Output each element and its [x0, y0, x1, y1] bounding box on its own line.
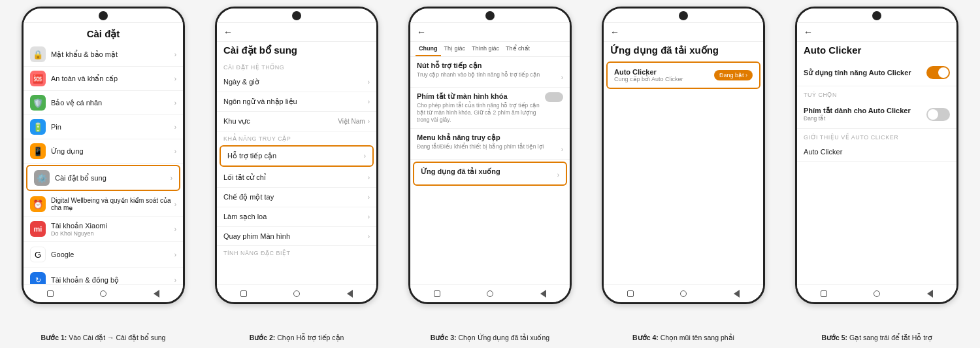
phone1-notch [99, 11, 108, 20]
nav-circle-1[interactable] [98, 288, 108, 299]
menu-item-emergency[interactable]: 🆘 An toàn và khẩn cấp › [24, 67, 183, 91]
tab-thinhGiac[interactable]: Thính giác [468, 42, 502, 56]
menu-item-password[interactable]: 🔒 Mật khẩu & bảo mật › [24, 43, 183, 67]
google-arrow: › [174, 251, 176, 258]
captions-row: Bước 1: Vào Cài đặt → Cài đặt bổ sung Bư… [0, 329, 980, 348]
addl-settings-arrow: › [171, 175, 172, 182]
menu-item-xiaomi[interactable]: mi Tài khoản Xiaomi Do Khoi Nguyen › [24, 217, 183, 242]
list-screenrecord[interactable]: Quay phim Màn hình › [217, 227, 376, 246]
list-onehand[interactable]: Chế độ một tay › [217, 188, 376, 207]
phone2-title: Cài đặt bổ sung [217, 42, 376, 60]
about-label: Auto Clicker [804, 148, 950, 156]
menu-item-apps[interactable]: 📱 Ứng dụng › [24, 139, 183, 164]
acc-item-phimtat[interactable]: Phím tắt từ màn hình khóa Cho phép phím … [410, 88, 570, 129]
menu-item-dw[interactable]: ⏰ Digital Wellbeing và quyền kiểm soát c… [24, 192, 183, 217]
nav-circle-2[interactable] [291, 288, 302, 299]
nav-circle-3[interactable] [485, 288, 495, 299]
dw-arrow: › [174, 201, 176, 208]
nav-square-1[interactable] [45, 288, 56, 299]
list-cleanspeaker[interactable]: Làm sạch loa › [217, 207, 376, 227]
phone3-notch [485, 11, 495, 20]
menu-item-sync[interactable]: ↻ Tài khoản & đồng bộ › [24, 268, 183, 284]
phone2-back-icon[interactable]: ← [223, 27, 233, 37]
phone2-container: ← Cài đặt bổ sung CÀI ĐẶT HỆ THỐNG Ngày … [200, 7, 393, 329]
phone2-section3: TÍNH NĂNG ĐẶC BIỆT [217, 246, 376, 258]
main-setting-label: Sử dụng tính năng Auto Clicker [804, 69, 926, 77]
battery-arrow: › [174, 124, 176, 131]
google-icon: G [30, 247, 46, 262]
phone3-nav [410, 284, 570, 302]
list-region[interactable]: Khu vực Việt Nam › [217, 112, 376, 131]
region-arrow: › [368, 118, 370, 125]
app-item-autoclicker[interactable]: Auto Clicker Cung cấp bởi Auto Clicker Đ… [606, 61, 760, 89]
menu-item-addl-settings[interactable]: ⚙️ Cài đặt bổ sung › [26, 165, 180, 191]
option-toggle[interactable] [926, 108, 950, 121]
nav-square-5[interactable] [819, 288, 829, 299]
caption-3: Bước 3: Chọn Ứng dụng đã tải xuống [393, 333, 587, 343]
list-gestures[interactable]: Lối tắt cử chỉ › [217, 168, 376, 188]
xiaomi-arrow: › [174, 226, 176, 233]
privacy-icon: 🛡️ [30, 95, 46, 111]
phone2-header: ← [217, 23, 376, 42]
nav-back-5[interactable] [924, 288, 935, 299]
autoclicker-desc: Cung cấp bởi Auto Clicker [614, 76, 714, 82]
nav-circle-4[interactable] [678, 288, 689, 299]
google-label: Google [51, 251, 174, 258]
phone3-tabs: Chung Thị giác Thính giác Thể chất [410, 42, 570, 57]
list-language[interactable]: Ngôn ngữ và nhập liệu › [217, 92, 376, 112]
phone2-section1: CÀI ĐẶT HỆ THỐNG [217, 60, 376, 73]
region-value: Việt Nam [338, 118, 365, 125]
tab-theChat[interactable]: Thể chất [502, 42, 533, 56]
phone1-nav [24, 284, 183, 302]
nav-square-4[interactable] [625, 288, 636, 299]
phone4-header: ← [604, 23, 763, 42]
tab-thiGiac[interactable]: Thị giác [441, 42, 469, 56]
caption-4: Bước 4: Chọn mũi tên sang phải [587, 333, 780, 343]
menu-item-battery[interactable]: 🔋 Pin › [24, 115, 183, 139]
acc-menu-title: Menu khả năng truy cập [417, 133, 563, 142]
about-item[interactable]: Auto Clicker [797, 143, 956, 162]
phone2-top-bar [217, 9, 376, 23]
phone5-frame: ← Auto Clicker Sử dụng tính năng Auto Cl… [795, 7, 958, 304]
phone1-top-bar [24, 9, 183, 23]
privacy-arrow: › [174, 99, 176, 107]
nav-back-3[interactable] [538, 288, 548, 299]
list-date-time[interactable]: Ngày & giờ › [217, 73, 376, 92]
menu-dw-label: Digital Wellbeing và quyền kiểm soát của… [51, 197, 174, 211]
phone4-back-icon[interactable]: ← [610, 27, 619, 37]
acc-item-nut[interactable]: Nút hỗ trợ tiếp cận Truy cập nhanh vào b… [410, 57, 570, 88]
caption-1: Bước 1: Vào Cài đặt → Cài đặt bổ sung [7, 333, 200, 343]
phone5-container: ← Auto Clicker Sử dụng tính năng Auto Cl… [780, 7, 973, 329]
phone5-top-bar [797, 9, 956, 23]
acc-menu-arrow: › [561, 146, 563, 153]
phone5-back-icon[interactable]: ← [804, 27, 813, 37]
acc-item-apps[interactable]: Ứng dụng đã tải xuống › [413, 162, 567, 186]
addl-settings-icon: ⚙️ [34, 170, 50, 186]
acc-nut-arrow: › [561, 74, 563, 81]
nav-back-4[interactable] [731, 288, 742, 299]
phone2-screen: ← Cài đặt bổ sung CÀI ĐẶT HỆ THỐNG Ngày … [217, 23, 376, 284]
autoclicker-status[interactable]: Đang bật › [714, 70, 753, 80]
acc-phimtat-title: Phím tắt từ màn hình khóa [417, 92, 542, 101]
phimtat-toggle[interactable] [545, 92, 563, 102]
acc-item-menu[interactable]: Menu khả năng truy cập Đang tắt/Điều khi… [410, 129, 570, 160]
cleanspeaker-arrow: › [368, 213, 370, 220]
main-toggle[interactable] [926, 66, 950, 79]
nav-circle-5[interactable] [872, 288, 882, 299]
list-accessibility[interactable]: Hỗ trợ tiếp cận › [220, 145, 374, 167]
menu-item-google[interactable]: G Google › [24, 242, 183, 268]
nav-back-1[interactable] [151, 288, 161, 299]
battery-icon: 🔋 [30, 119, 46, 135]
emergency-arrow: › [174, 75, 176, 82]
nav-square-2[interactable] [238, 288, 249, 299]
nav-square-3[interactable] [432, 288, 442, 299]
onehand-arrow: › [368, 194, 370, 201]
tab-chung[interactable]: Chung [416, 42, 441, 56]
screenrecord-label: Quay phim Màn hình [223, 232, 368, 240]
phone5-title: Auto Clicker [797, 42, 956, 60]
phone3-back-icon[interactable]: ← [417, 27, 426, 37]
nav-back-2[interactable] [344, 288, 355, 299]
phone3-header: ← [410, 23, 570, 42]
menu-item-privacy[interactable]: 🛡️ Bảo vệ cá nhân › [24, 91, 183, 115]
caption-2: Bước 2: Chọn Hỗ trợ tiếp cận [200, 333, 393, 343]
